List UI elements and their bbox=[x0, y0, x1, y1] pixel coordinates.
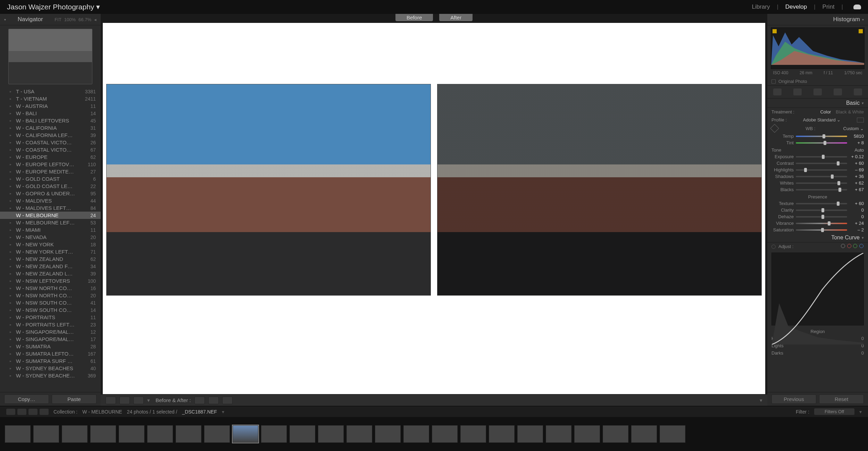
profile-browser-icon[interactable] bbox=[857, 118, 864, 122]
folder-row[interactable]: W - SINGAPORE/MALA…17 bbox=[0, 335, 101, 343]
ba-swap-icon[interactable] bbox=[222, 397, 233, 404]
filmstrip-thumb[interactable] bbox=[460, 425, 486, 443]
ba-layout-2-icon[interactable] bbox=[208, 397, 219, 404]
folder-row[interactable]: W - COASTAL VICTORIA26 bbox=[0, 139, 101, 146]
identity-plate[interactable]: Jason Wajzer Photography ▾ bbox=[7, 3, 100, 11]
profile-select[interactable]: Adobe Standard ⌄ bbox=[803, 117, 841, 122]
compare-view-icon[interactable] bbox=[133, 397, 144, 404]
filmstrip-thumb[interactable] bbox=[33, 425, 59, 443]
chevron-down-icon[interactable]: ▾ bbox=[222, 409, 224, 415]
folder-row[interactable]: W - CALIFORNIA31 bbox=[0, 124, 101, 131]
filmstrip-thumb[interactable] bbox=[62, 425, 87, 443]
filmstrip-thumb[interactable] bbox=[660, 425, 685, 443]
folder-row[interactable]: W - SINGAPORE/MALA…12 bbox=[0, 328, 101, 335]
crop-tool-icon[interactable] bbox=[773, 88, 782, 95]
folder-row[interactable]: W - NSW SOUTH COA…41 bbox=[0, 299, 101, 306]
filmstrip-thumb[interactable] bbox=[347, 425, 372, 443]
folder-row[interactable]: W - EUROPE LEFTOVE…110 bbox=[0, 161, 101, 168]
folder-row[interactable]: W - NEVADA20 bbox=[0, 233, 101, 241]
filmstrip-thumb[interactable] bbox=[489, 425, 515, 443]
basic-panel-header[interactable]: Basic bbox=[767, 99, 868, 108]
filename[interactable]: _DSC1887.NEF bbox=[182, 409, 217, 415]
folder-row[interactable]: W - PORTRAITS LEFTO…23 bbox=[0, 321, 101, 328]
module-print[interactable]: Print bbox=[823, 3, 835, 10]
filmstrip[interactable] bbox=[0, 417, 868, 451]
before-image[interactable] bbox=[106, 84, 431, 296]
paste-button[interactable]: Paste bbox=[52, 394, 97, 404]
navigator-preview[interactable] bbox=[8, 29, 92, 84]
folder-row[interactable]: W - NEW ZEALAND LE…39 bbox=[0, 270, 101, 277]
folder-row[interactable]: W - PORTRAITS11 bbox=[0, 314, 101, 321]
folder-row[interactable]: T - VIETNAM2411 bbox=[0, 95, 101, 102]
folder-row[interactable]: T - USA3381 bbox=[0, 88, 101, 95]
treatment-bw[interactable]: Black & White bbox=[836, 109, 864, 114]
folder-row[interactable]: W - SUMATRA28 bbox=[0, 343, 101, 350]
tint-slider[interactable] bbox=[796, 142, 847, 144]
folder-row[interactable]: W - MALDIVES LEFTO…84 bbox=[0, 204, 101, 212]
dehaze-slider[interactable] bbox=[796, 216, 847, 218]
loupe-view-icon[interactable] bbox=[106, 397, 116, 404]
folder-row[interactable]: W - MELBOURNE LEFT…53 bbox=[0, 219, 101, 226]
vibrance-value[interactable]: + 24 bbox=[847, 221, 864, 226]
radial-filter-icon[interactable] bbox=[854, 88, 862, 95]
folder-row[interactable]: W - NSW NORTH COA…20 bbox=[0, 292, 101, 299]
chevron-down-icon[interactable]: ▾ bbox=[859, 409, 862, 415]
navigator-zoom-options[interactable]: FIT 100% 66.7% ◂ bbox=[55, 17, 97, 22]
temp-value[interactable]: 5810 bbox=[847, 134, 864, 139]
blacks-value[interactable]: + 67 bbox=[847, 187, 864, 192]
copy-button[interactable]: Copy… bbox=[4, 394, 49, 404]
filmstrip-thumb[interactable] bbox=[204, 425, 230, 443]
highlights-slider[interactable] bbox=[796, 169, 847, 171]
filmstrip-thumb[interactable] bbox=[546, 425, 571, 443]
soft-proof-toggle[interactable]: ▾ bbox=[760, 397, 762, 403]
highlights-value[interactable]: – 69 bbox=[847, 167, 864, 172]
target-adjust-icon[interactable] bbox=[771, 245, 776, 249]
view-mode-icon[interactable] bbox=[28, 409, 37, 415]
dehaze-value[interactable]: 0 bbox=[847, 214, 864, 219]
grid-mode-icon[interactable] bbox=[17, 409, 26, 415]
module-develop[interactable]: Develop bbox=[785, 3, 807, 10]
nav-arrow-icon[interactable] bbox=[40, 409, 49, 415]
tone-curve-header[interactable]: Tone Curve bbox=[767, 233, 868, 242]
folder-row[interactable]: W - NEW YORK LEFTO…71 bbox=[0, 248, 101, 255]
folder-row[interactable]: W - SYDNEY BEACHES40 bbox=[0, 365, 101, 372]
folder-row[interactable]: W - GOLD COAST6 bbox=[0, 175, 101, 182]
filmstrip-thumb[interactable] bbox=[261, 425, 287, 443]
spot-removal-icon[interactable] bbox=[793, 88, 802, 95]
clarity-value[interactable]: 0 bbox=[847, 207, 864, 213]
region-darks-value[interactable]: 0 bbox=[861, 350, 864, 356]
filmstrip-thumb[interactable] bbox=[176, 425, 201, 443]
treatment-color[interactable]: Color bbox=[820, 109, 831, 114]
contrast-slider[interactable] bbox=[796, 163, 847, 164]
folder-row[interactable]: W - MELBOURNE24 bbox=[0, 212, 101, 219]
folder-row[interactable]: W - EUROPE62 bbox=[0, 153, 101, 161]
ba-layout-1-icon[interactable] bbox=[194, 397, 205, 404]
temp-slider[interactable] bbox=[796, 136, 847, 137]
filmstrip-thumb[interactable] bbox=[147, 425, 173, 443]
folder-row[interactable]: W - GOPRO & UNDER…95 bbox=[0, 190, 101, 197]
blacks-slider[interactable] bbox=[796, 189, 847, 190]
previous-button[interactable]: Previous bbox=[771, 394, 816, 404]
folder-row[interactable]: W - NEW YORK18 bbox=[0, 241, 101, 248]
folder-row[interactable]: W - NEW ZEALAND FA…34 bbox=[0, 263, 101, 270]
after-image[interactable] bbox=[437, 84, 762, 296]
folder-list[interactable]: T - USA3381T - VIETNAM2411W - AUSTRIA11W… bbox=[0, 88, 101, 392]
saturation-slider[interactable] bbox=[796, 229, 847, 231]
filmstrip-thumb[interactable] bbox=[5, 425, 31, 443]
folder-row[interactable]: W - AUSTRIA11 bbox=[0, 102, 101, 110]
folder-row[interactable]: W - NSW NORTH COA…16 bbox=[0, 284, 101, 292]
folder-row[interactable]: W - EUROPE MEDITER…27 bbox=[0, 168, 101, 175]
folder-row[interactable]: W - BALI14 bbox=[0, 110, 101, 117]
cloud-sync-icon[interactable] bbox=[853, 5, 861, 9]
folder-row[interactable]: W - NEW ZEALAND62 bbox=[0, 255, 101, 263]
folder-row[interactable]: W - MALDIVES44 bbox=[0, 197, 101, 204]
folder-row[interactable]: W - SUMATRA SURF S…61 bbox=[0, 357, 101, 365]
filmstrip-thumb[interactable] bbox=[233, 425, 258, 443]
folder-row[interactable]: W - GOLD COAST LEF…22 bbox=[0, 182, 101, 190]
filmstrip-thumb[interactable] bbox=[119, 425, 144, 443]
folder-row[interactable]: W - MIAMI11 bbox=[0, 226, 101, 233]
second-monitor-icon[interactable] bbox=[6, 409, 15, 415]
filmstrip-thumb[interactable] bbox=[375, 425, 401, 443]
folder-row[interactable]: W - CALIFORNIA LEFT…39 bbox=[0, 131, 101, 139]
filmstrip-thumb[interactable] bbox=[90, 425, 116, 443]
